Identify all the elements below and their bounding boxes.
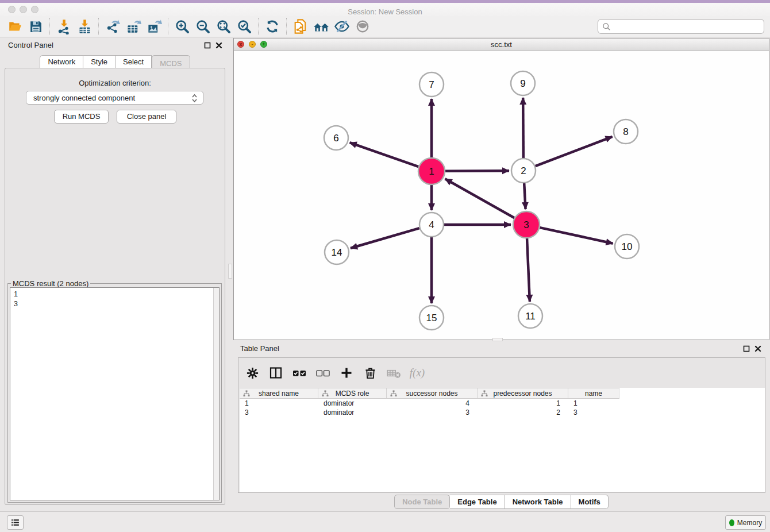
cell-shared-name[interactable]: 3 xyxy=(240,408,318,417)
cell-predecessor-nodes[interactable]: 1 xyxy=(478,399,568,407)
cell-name[interactable]: 1 xyxy=(568,399,619,407)
close-panel-icon[interactable] xyxy=(215,42,222,49)
import-table-button[interactable] xyxy=(76,18,93,35)
close-panel-icon[interactable] xyxy=(754,345,761,352)
toolbar-separator xyxy=(168,18,168,35)
edge-layer xyxy=(350,98,613,303)
edge-2-8[interactable] xyxy=(536,137,613,166)
edge-4-14[interactable] xyxy=(351,228,419,248)
zoom-in-button[interactable] xyxy=(174,18,191,35)
node-6[interactable]: 6 xyxy=(324,126,348,150)
delete-table-icon xyxy=(386,365,401,380)
cell-MCDS-role[interactable]: dominator xyxy=(318,408,387,417)
node-table[interactable]: shared nameMCDS rolesuccessor nodesprede… xyxy=(240,388,765,492)
column-header-name[interactable]: name xyxy=(568,388,619,398)
save-session-button[interactable] xyxy=(27,18,44,35)
table-row[interactable]: 3dominator323 xyxy=(240,408,765,417)
task-history-button[interactable] xyxy=(7,515,24,530)
delete-columns-button[interactable] xyxy=(362,365,378,381)
export-table-button[interactable] xyxy=(125,18,142,35)
zoom-in-icon xyxy=(175,19,190,34)
hide-selected-button[interactable] xyxy=(333,18,351,35)
tab-motifs[interactable]: Motifs xyxy=(571,495,609,509)
add-column-button[interactable] xyxy=(338,365,355,381)
edge-3-10[interactable] xyxy=(540,228,613,244)
network-window-titlebar[interactable]: x - + scc.txt xyxy=(234,38,769,51)
mcds-result-list-box[interactable]: 13 xyxy=(10,287,220,500)
import-network-button[interactable] xyxy=(55,18,72,35)
tab-node-table[interactable]: Node Table xyxy=(394,495,450,509)
result-scrollbar-track[interactable] xyxy=(213,288,219,500)
table-settings-button[interactable] xyxy=(244,365,260,381)
edge-1-6[interactable] xyxy=(350,142,419,167)
apply-preferred-layout-button[interactable] xyxy=(264,18,281,35)
duplicate-network-button[interactable] xyxy=(292,18,309,35)
cell-shared-name[interactable]: 1 xyxy=(240,399,318,407)
memory-button[interactable]: Memory xyxy=(725,515,766,530)
run-mcds-button[interactable]: Run MCDS xyxy=(54,110,109,124)
first-neighbors-button[interactable] xyxy=(313,18,330,35)
float-panel-icon[interactable] xyxy=(743,345,750,352)
show-all-button[interactable] xyxy=(354,18,371,35)
column-header-MCDS-role[interactable]: MCDS role xyxy=(318,388,387,398)
float-panel-icon[interactable] xyxy=(204,42,211,49)
tab-network-table[interactable]: Network Table xyxy=(505,495,571,509)
export-image-button[interactable] xyxy=(145,18,163,35)
mcds-result-fieldset: MCDS result (2 nodes) 13 xyxy=(7,283,222,503)
unchecked-boxes-icon xyxy=(315,365,331,381)
column-header-successor-nodes[interactable]: successor nodes xyxy=(387,388,478,398)
search-input[interactable] xyxy=(614,22,764,31)
select-stepper-icon xyxy=(191,93,198,103)
cell-name[interactable]: 3 xyxy=(568,408,619,417)
network-canvas[interactable]: 7968124314101511 xyxy=(234,51,769,340)
export-network-button[interactable] xyxy=(104,18,121,35)
network-window-title: scc.txt xyxy=(234,38,769,51)
toggle-column-panel-button[interactable] xyxy=(268,365,284,381)
mcds-result-title: MCDS result (2 nodes) xyxy=(11,279,90,288)
deselect-all-checkboxes-button[interactable] xyxy=(315,365,331,381)
horizontal-splitter-grip[interactable] xyxy=(492,338,503,341)
edge-2-3[interactable] xyxy=(524,183,525,209)
edge-1-2[interactable] xyxy=(445,171,509,171)
edge-3-11[interactable] xyxy=(527,238,530,302)
node-3[interactable]: 3 xyxy=(513,211,540,238)
edge-3-1[interactable] xyxy=(445,179,515,218)
edge-2-9[interactable] xyxy=(523,98,523,158)
column-header-shared-name[interactable]: shared name xyxy=(240,388,318,398)
search-field[interactable] xyxy=(598,19,764,34)
node-7[interactable]: 7 xyxy=(419,72,444,97)
node-14[interactable]: 14 xyxy=(325,240,349,264)
criterion-select[interactable]: strongly connected component xyxy=(26,91,203,105)
select-all-checkboxes-button[interactable] xyxy=(291,365,307,381)
tab-edge-table[interactable]: Edge Table xyxy=(450,495,505,509)
node-2[interactable]: 2 xyxy=(511,159,536,183)
zoom-fit-button[interactable] xyxy=(215,18,232,35)
node-1[interactable]: 1 xyxy=(418,158,445,184)
two-houses-icon xyxy=(313,18,330,35)
node-10[interactable]: 10 xyxy=(615,234,639,259)
node-15[interactable]: 15 xyxy=(419,306,444,330)
cell-successor-nodes[interactable]: 4 xyxy=(387,399,478,407)
open-session-button[interactable] xyxy=(6,18,24,35)
cell-successor-nodes[interactable]: 3 xyxy=(387,408,478,417)
result-item[interactable]: 1 xyxy=(14,290,215,299)
zoom-out-button[interactable] xyxy=(194,18,211,35)
column-header-predecessor-nodes[interactable]: predecessor nodes xyxy=(478,388,568,398)
vertical-splitter-grip[interactable] xyxy=(228,264,232,279)
node-9[interactable]: 9 xyxy=(511,71,535,95)
toolbar-separator xyxy=(258,18,259,35)
cell-predecessor-nodes[interactable]: 2 xyxy=(478,408,568,417)
node-4[interactable]: 4 xyxy=(419,213,444,237)
zoom-selected-button[interactable] xyxy=(236,18,253,35)
cell-MCDS-role[interactable]: dominator xyxy=(318,399,387,407)
apply-function-button[interactable]: f(x) xyxy=(409,365,425,381)
table-row[interactable]: 1dominator411 xyxy=(240,399,765,408)
node-8[interactable]: 8 xyxy=(614,119,638,144)
node-11[interactable]: 11 xyxy=(518,304,542,328)
delete-table-button[interactable] xyxy=(386,365,402,381)
node-label: 14 xyxy=(332,247,342,258)
eye-disabled-icon xyxy=(355,19,370,34)
result-item[interactable]: 3 xyxy=(14,299,215,309)
close-panel-button[interactable]: Close panel xyxy=(117,110,176,124)
network-view-window: x - + scc.txt 7968124314101511 xyxy=(233,38,769,340)
